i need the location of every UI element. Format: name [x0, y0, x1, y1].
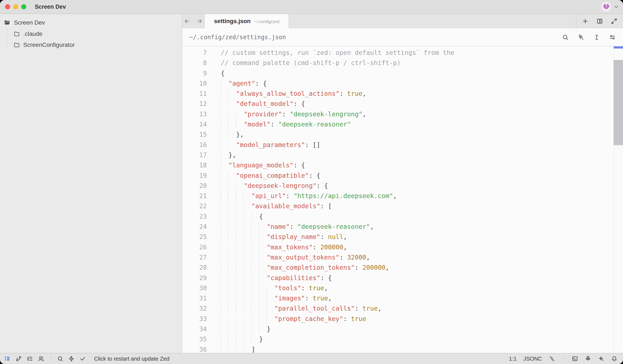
line-number: 11 — [182, 88, 207, 99]
code-line-content: "tools": true, — [221, 283, 328, 293]
tab-bar: settings.json ~/.config/zed — [182, 14, 623, 28]
line-number: 22 — [182, 201, 207, 211]
window-title: Screen Dev — [35, 4, 66, 10]
diagnostics-button[interactable] — [79, 356, 86, 362]
buffer-search-button[interactable] — [562, 34, 569, 41]
sidebar-item-claude[interactable]: .claude — [0, 28, 182, 39]
scrollbar-thumb[interactable] — [614, 60, 623, 145]
sidebar-item-screenconfigurator[interactable]: ScreenConfigurator — [0, 39, 182, 50]
code-line: 35 } — [182, 334, 623, 344]
code-line-content: "capabilities": { — [221, 273, 332, 283]
code-line-content: "default_model": { — [221, 99, 305, 109]
update-message[interactable]: Click to restart and update Zed — [94, 356, 170, 362]
editor-area[interactable]: 7// custom settings, run `zed: open defa… — [182, 46, 623, 353]
code-line: 23 { — [182, 212, 623, 222]
line-number: 34 — [182, 324, 207, 334]
tab-label: settings.json — [214, 18, 251, 24]
project-search-button[interactable] — [57, 356, 63, 362]
code-line-content: "max_completion_tokens": 200000, — [221, 262, 389, 273]
navigate-back-button[interactable] — [184, 18, 191, 24]
code-line-content: { — [221, 212, 263, 222]
scrollbar[interactable] — [613, 46, 623, 353]
collab-panel-button[interactable] — [38, 356, 44, 362]
line-number: 10 — [182, 78, 207, 88]
breadcrumb[interactable]: ~/.config/zed/settings.json — [189, 34, 286, 41]
code-line-content: "images": true, — [221, 293, 332, 303]
new-tab-button[interactable] — [582, 18, 589, 24]
code-area[interactable]: 7// custom settings, run `zed: open defa… — [182, 46, 623, 353]
line-number: 17 — [182, 150, 207, 160]
folder-icon — [14, 31, 20, 37]
code-line-content: }, — [221, 150, 236, 160]
code-line-content: "display_name": null, — [221, 232, 347, 242]
editor-toolbar: ~/.config/zed/settings.json — [182, 28, 623, 46]
code-line: 28 "max_completion_tokens": 200000, — [182, 262, 623, 273]
zoom-window-button[interactable] — [21, 4, 26, 9]
tab-bar-empty-area — [289, 14, 576, 28]
statusbar-divider — [563, 355, 564, 362]
line-number: 19 — [182, 171, 207, 181]
line-number: 26 — [182, 242, 207, 252]
code-line: 11 "always_allow_tool_actions": true, — [182, 88, 623, 99]
tab-path: ~/.config/zed — [254, 19, 280, 24]
traffic-lights — [5, 4, 26, 9]
project-panel: Screen Dev .claude ScreenConfigurator — [0, 14, 182, 353]
code-line: 12 "default_model": { — [182, 99, 623, 109]
user-avatar-button[interactable] — [601, 2, 611, 12]
code-line-content: "prompt_cache_key": true — [221, 314, 366, 324]
statusbar-divider — [50, 355, 51, 362]
code-line-content: "name": "deepseek-reasoner", — [221, 222, 374, 232]
code-line: 18 "language_models": { — [182, 160, 623, 170]
tab-settings-json[interactable]: settings.json ~/.config/zed — [205, 14, 289, 28]
code-line: 14 "model": "deepseek-reasoner" — [182, 119, 623, 129]
chevron-down-icon[interactable] — [613, 4, 619, 10]
line-number: 32 — [182, 303, 207, 314]
debug-button[interactable] — [585, 356, 591, 362]
code-line-content: "agent": { — [221, 78, 267, 88]
edit-prediction-off-icon[interactable] — [549, 356, 555, 362]
cursor-position[interactable]: 1:1 — [509, 356, 517, 362]
code-line-content: { — [221, 68, 225, 78]
runnables-button[interactable] — [68, 356, 75, 362]
split-pane-button[interactable] — [596, 18, 603, 24]
code-line-content: } — [221, 324, 271, 334]
navigate-forward-button[interactable] — [196, 18, 203, 24]
code-line-content: "provider": "deepseek-lengrong", — [221, 109, 366, 119]
editor-controls-button[interactable] — [609, 34, 616, 41]
code-line: 25 "display_name": null, — [182, 232, 623, 242]
code-line-content: "openai_compatible": { — [221, 171, 320, 181]
line-number: 33 — [182, 314, 207, 324]
code-line: 33 "prompt_cache_key": true — [182, 314, 623, 324]
project-panel-button[interactable] — [4, 356, 11, 362]
line-number: 36 — [182, 344, 207, 353]
outline-panel-button[interactable] — [27, 356, 33, 362]
line-number: 21 — [182, 191, 207, 201]
minimize-window-button[interactable] — [13, 4, 18, 9]
text-cursor-button[interactable] — [593, 34, 600, 41]
pixel-avatar-icon — [602, 2, 610, 11]
line-number: 16 — [182, 140, 207, 150]
code-line: 7// custom settings, run `zed: open defa… — [182, 48, 623, 58]
sidebar-item-root[interactable]: Screen Dev — [0, 17, 182, 28]
line-number: 28 — [182, 262, 207, 273]
assistant-button[interactable] — [598, 356, 604, 362]
inline-assist-button[interactable] — [578, 34, 584, 41]
line-number: 18 — [182, 160, 207, 170]
terminal-button[interactable] — [572, 356, 578, 362]
code-line-content: "deepseek-lengrong": { — [221, 181, 328, 191]
git-branch-button[interactable] — [16, 356, 22, 362]
code-line-content: "model_parameters": [] — [221, 140, 320, 150]
sidebar-item-label: .claude — [23, 30, 42, 37]
code-line: 32 "parallel_tool_calls": true, — [182, 303, 623, 314]
code-line: 10 "agent": { — [182, 78, 623, 88]
code-line-content: // command palette (cmd-shift-p / ctrl-s… — [221, 58, 401, 68]
code-line-content: "model": "deepseek-reasoner" — [221, 119, 351, 129]
notifications-button[interactable] — [611, 356, 618, 362]
language-selector[interactable]: JSONC — [523, 356, 542, 362]
maximize-pane-button[interactable] — [611, 18, 618, 24]
code-line-content: "parallel_tool_calls": true, — [221, 303, 382, 314]
close-window-button[interactable] — [5, 4, 10, 9]
line-number: 25 — [182, 232, 207, 242]
folder-icon — [14, 42, 20, 48]
line-number: 14 — [182, 119, 207, 129]
